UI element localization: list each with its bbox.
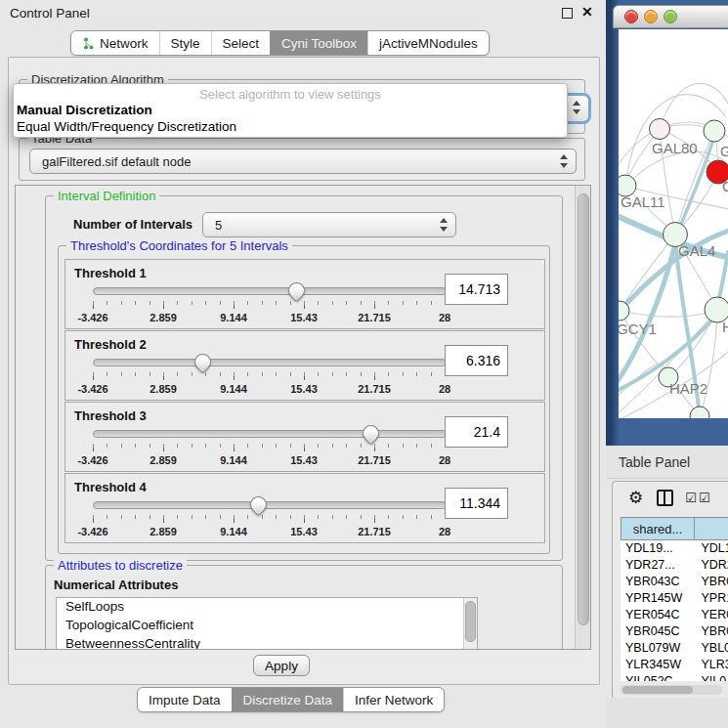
control-panel-body: Discretization Algorithm Select algorith…: [8, 57, 600, 685]
panel-title: Control Panel: [10, 6, 90, 21]
table-data-combo[interactable]: galFiltered.sif default node: [29, 149, 577, 174]
mode-tab-discretize-data[interactable]: Discretize Data: [232, 688, 344, 711]
numerical-attributes-list[interactable]: SelfLoopsTopologicalCoefficientBetweenne…: [56, 597, 478, 650]
settings-gear-icon[interactable]: ⚙: [628, 490, 643, 506]
dropdown-option-equal-width[interactable]: Equal Width/Frequency Discretization: [14, 118, 567, 135]
threshold-value-field[interactable]: 21.4: [445, 416, 508, 448]
table-row[interactable]: YDR27...YDR2: [621, 557, 728, 574]
num-intervals-combo[interactable]: 5: [202, 212, 456, 237]
tab-style[interactable]: Style: [159, 31, 211, 55]
attribute-item[interactable]: SelfLoops: [57, 598, 477, 617]
dropdown-option-manual[interactable]: Manual Discretization: [14, 102, 567, 118]
zoom-traffic-light-icon[interactable]: [664, 10, 677, 23]
network-node[interactable]: [704, 120, 725, 142]
tab-jactivemnodules[interactable]: jActiveMNodules: [367, 31, 489, 55]
table-row[interactable]: YBR043CYBR0: [621, 574, 728, 590]
threshold-slider[interactable]: -3.4262.8599.14415.4321.71528: [93, 424, 445, 469]
threshold-2-panel: Threshold 2-3.4262.8599.14415.4321.71528…: [64, 330, 545, 401]
node-label: GAL11: [621, 193, 665, 210]
algorithm-dropdown-popup: Select algorithm to view settings Manual…: [13, 83, 568, 138]
threshold-slider[interactable]: -3.4262.8599.14415.4321.71528: [93, 495, 445, 540]
table-cell: YLR345W: [621, 657, 696, 673]
network-canvas[interactable]: GAL80G.CGAL11GAL4GCY1HHAP2: [619, 29, 728, 418]
slider-track[interactable]: [93, 430, 447, 438]
slider-track[interactable]: [93, 287, 447, 295]
table-cell: YPR1: [696, 590, 728, 607]
slider-thumb[interactable]: [191, 350, 214, 373]
minimize-traffic-light-icon[interactable]: [644, 10, 658, 23]
table-cell: YLR3: [696, 657, 728, 673]
num-intervals-value: 5: [215, 218, 222, 233]
table-row[interactable]: YIL052CYIL0: [621, 673, 728, 681]
threshold-label: Threshold 3: [74, 408, 147, 423]
attribute-item[interactable]: TopologicalCoefficient: [57, 617, 477, 635]
threshold-slider[interactable]: -3.4262.8599.14415.4321.71528: [93, 281, 445, 326]
float-window-icon[interactable]: [562, 8, 573, 19]
network-node[interactable]: [650, 119, 670, 140]
close-traffic-light-icon[interactable]: [624, 10, 638, 23]
tab-select[interactable]: Select: [211, 31, 271, 55]
checkbox-icon[interactable]: ☑: [699, 491, 710, 505]
threshold-slider[interactable]: -3.4262.8599.14415.4321.71528: [93, 353, 445, 398]
attribute-item[interactable]: BetweennessCentrality: [57, 635, 477, 650]
threshold-1-panel: Threshold 1-3.4262.8599.14415.4321.71528…: [64, 259, 545, 329]
columns-icon[interactable]: [657, 490, 673, 506]
threshold-label: Threshold 2: [74, 337, 147, 352]
slider-ticks: [93, 301, 445, 310]
table-cell: YBR043C: [621, 574, 696, 590]
column-header[interactable]: n...: [694, 517, 728, 540]
node-label: H: [722, 319, 728, 335]
tab-network[interactable]: Network: [71, 31, 159, 55]
table-cell: YIL0: [696, 673, 728, 681]
node-label: G.: [720, 143, 728, 159]
mode-tab-impute-data[interactable]: Impute Data: [138, 688, 232, 711]
slider-track[interactable]: [93, 359, 447, 366]
table-data-value: galFiltered.sif default node: [42, 154, 191, 169]
interval-definition-group: Interval Definition Number of Intervals …: [45, 195, 563, 561]
slider-ticks: [93, 444, 445, 452]
table-data-group: Table Data galFiltered.sif default node: [19, 138, 585, 181]
tab-cyni-toolbox[interactable]: Cyni Toolbox: [270, 31, 367, 55]
table-cell: YBR0: [696, 574, 728, 590]
table-panel-toolbar: ⚙ ☑ ☑: [613, 482, 728, 513]
table-row[interactable]: YDL19...YDL1: [621, 540, 728, 557]
network-window-titlebar[interactable]: [613, 5, 728, 28]
threshold-value-field[interactable]: 11.344: [445, 488, 508, 519]
table-row[interactable]: YER054CYER0: [621, 607, 728, 623]
slider-track[interactable]: [93, 501, 447, 509]
table-cell: YDL1: [696, 540, 728, 557]
table-cell: YDL19...: [621, 540, 696, 557]
threshold-value-field[interactable]: 14.713: [445, 274, 508, 305]
slider-scale-labels: -3.4262.8599.14415.4321.71528: [93, 526, 445, 538]
background-area: [606, 698, 728, 728]
table-row[interactable]: YPR145WYPR1: [621, 590, 728, 607]
node-label: GAL4: [678, 242, 715, 259]
close-icon[interactable]: ✕: [581, 4, 593, 20]
checkbox-icon[interactable]: ☑: [685, 491, 697, 505]
dropdown-placeholder: Select algorithm to view settings: [14, 84, 567, 102]
list-scrollbar[interactable]: [463, 598, 477, 650]
scrollbar-thumb[interactable]: [578, 193, 589, 625]
scrollbar-thumb[interactable]: [622, 686, 693, 694]
threshold-3-panel: Threshold 3-3.4262.8599.14415.4321.71528…: [64, 402, 545, 472]
slider-scale-labels: -3.4262.8599.14415.4321.71528: [93, 454, 445, 467]
table-cell: YPR145W: [621, 590, 696, 607]
mode-tab-infer-network[interactable]: Infer Network: [343, 688, 444, 711]
apply-button[interactable]: Apply: [253, 655, 310, 676]
table-row[interactable]: YBR045CYBR0: [621, 623, 728, 640]
horizontal-scrollbar[interactable]: [621, 685, 722, 695]
slider-thumb[interactable]: [247, 492, 271, 516]
table-row[interactable]: YLR345WYLR3: [621, 657, 728, 673]
column-header[interactable]: shared...: [621, 517, 695, 540]
table-row[interactable]: YBL079WYBL0: [621, 640, 728, 657]
table-panel-body: ⚙ ☑ ☑ shared...n...YDL19...YDL1YDR27...Y…: [612, 481, 728, 700]
network-icon: [82, 37, 95, 50]
slider-thumb[interactable]: [284, 278, 308, 302]
node-label: HAP2: [669, 380, 707, 397]
attributes-group: Attributes to discretize Numerical Attri…: [45, 565, 563, 650]
network-graph[interactable]: GAL80G.CGAL11GAL4GCY1HHAP2: [619, 29, 728, 418]
vertical-scrollbar[interactable]: [575, 186, 590, 649]
threshold-value-field[interactable]: 6.316: [445, 345, 508, 376]
table-cell: YDR2: [696, 557, 728, 574]
slider-thumb[interactable]: [360, 421, 383, 445]
